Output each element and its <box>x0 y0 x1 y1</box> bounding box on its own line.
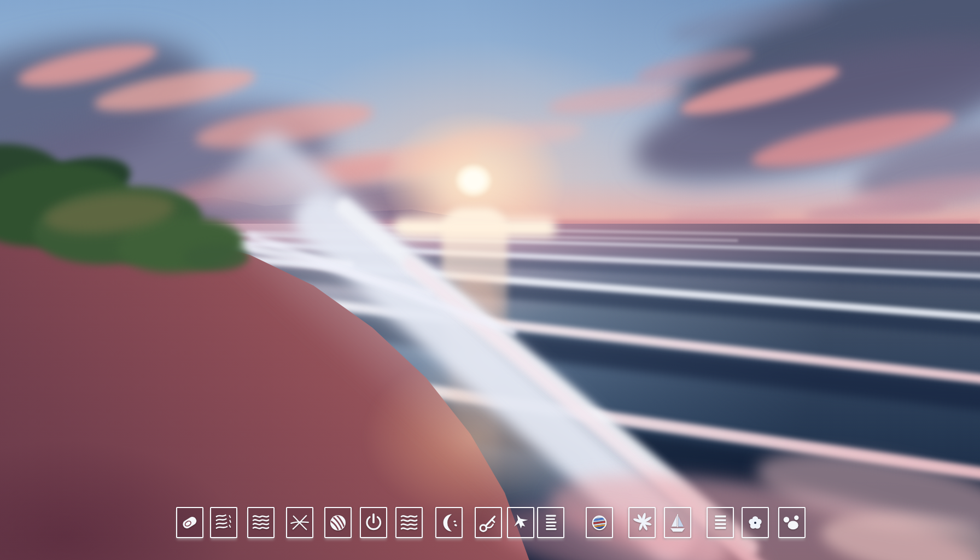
key-icon <box>477 510 500 536</box>
dock-button-crescent[interactable] <box>435 507 463 538</box>
beach-sunset-desktop <box>0 0 980 560</box>
crescent-icon <box>438 510 460 536</box>
dock-button-ripples[interactable] <box>395 507 423 538</box>
dock-button-list[interactable] <box>537 507 564 538</box>
palm-icon <box>631 510 654 536</box>
flower-icon <box>744 510 767 536</box>
dock-button-paw[interactable] <box>778 507 806 538</box>
dock-button-asterisk[interactable] <box>286 507 313 538</box>
dock-button-sailboat[interactable] <box>664 507 691 538</box>
sun <box>448 158 499 203</box>
striped-globe-icon <box>588 510 611 536</box>
dock-button-menu[interactable] <box>707 507 734 538</box>
waves-accent-icon <box>212 510 235 536</box>
dock-button-airplane[interactable] <box>507 507 534 538</box>
shell-disc-icon <box>326 510 349 536</box>
icon-dock <box>0 507 980 539</box>
dock-button-waves-accent[interactable] <box>210 507 237 538</box>
dock-button-striped-globe[interactable] <box>586 507 613 538</box>
airplane-icon <box>509 510 532 536</box>
waves-icon <box>249 510 272 536</box>
menu-icon <box>709 510 732 536</box>
dock-button-shell-disc[interactable] <box>324 507 352 538</box>
dock-button-palm[interactable] <box>628 507 656 538</box>
dock-button-key[interactable] <box>475 507 502 538</box>
ripples-icon <box>398 510 421 536</box>
sailboat-icon <box>666 510 689 536</box>
dock-button-tag[interactable] <box>176 507 203 538</box>
dock-button-waves[interactable] <box>247 507 275 538</box>
list-icon <box>539 510 562 536</box>
foliage <box>183 243 249 271</box>
tag-icon <box>178 510 201 536</box>
power-icon <box>362 510 385 536</box>
dock-button-flower[interactable] <box>742 507 769 538</box>
asterisk-icon <box>288 510 311 536</box>
paw-icon <box>780 510 803 536</box>
dock-button-power[interactable] <box>360 507 387 538</box>
